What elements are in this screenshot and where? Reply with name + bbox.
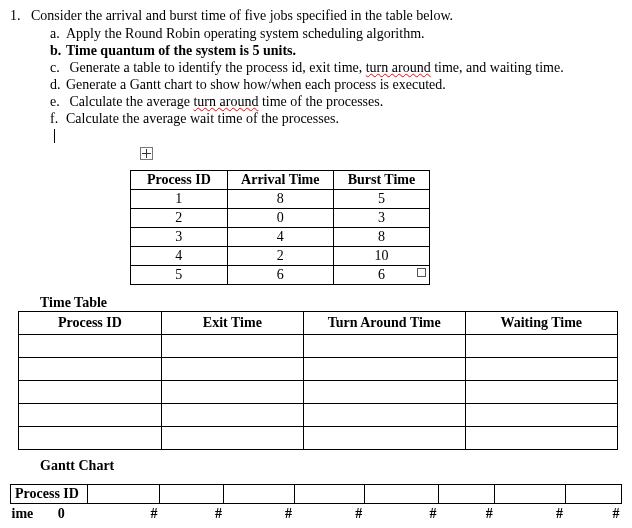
table-row: 203 xyxy=(131,209,430,228)
cell-pid: 2 xyxy=(131,209,228,228)
question-text: Consider the arrival and burst time of f… xyxy=(31,8,453,23)
gantt-mark: # xyxy=(613,506,620,521)
item-f: Calculate the average wait time of the p… xyxy=(66,111,339,126)
tt-header-wait: Waiting Time xyxy=(465,312,617,335)
cell-burst: 8 xyxy=(333,228,429,247)
time-table-title: Time Table xyxy=(40,295,622,311)
tt-header-tat: Turn Around Time xyxy=(303,312,465,335)
cell-arrival: 8 xyxy=(227,190,333,209)
table-move-handle-icon[interactable] xyxy=(140,147,153,160)
col-header-burst: Burst Time xyxy=(333,171,429,190)
cell-arrival: 0 xyxy=(227,209,333,228)
cell-arrival: 2 xyxy=(227,247,333,266)
input-data-table: Process ID Arrival Time Burst Time 185 2… xyxy=(130,170,430,285)
item-c-wavy: turn around xyxy=(366,60,431,75)
cell-burst: 5 xyxy=(333,190,429,209)
item-c-post: time, and waiting time. xyxy=(431,60,564,75)
item-c-pre: Generate a table to identify the process… xyxy=(70,60,366,75)
table-row: 185 xyxy=(131,190,430,209)
gantt-mark: # xyxy=(556,506,563,521)
cell-burst: 6 xyxy=(333,266,429,285)
gantt-mark: # xyxy=(151,506,158,521)
tt-header-exit: Exit Time xyxy=(161,312,303,335)
table-row xyxy=(19,381,618,404)
gantt-title: Gantt Chart xyxy=(40,458,622,474)
gantt-row-label: Process ID xyxy=(11,485,88,504)
cell-arrival: 4 xyxy=(227,228,333,247)
item-a: Apply the Round Robin operating system s… xyxy=(66,26,425,41)
table-row: 566 xyxy=(131,266,430,285)
table-row xyxy=(19,358,618,381)
text-cursor xyxy=(54,129,55,143)
table-row xyxy=(19,335,618,358)
gantt-mark: # xyxy=(486,506,493,521)
question-number: 1. xyxy=(10,8,21,23)
item-d: Generate a Gantt chart to show how/when … xyxy=(66,77,446,92)
table-row xyxy=(19,404,618,427)
time-table: Process ID Exit Time Turn Around Time Wa… xyxy=(18,311,618,450)
cell-pid: 4 xyxy=(131,247,228,266)
cell-arrival: 6 xyxy=(227,266,333,285)
gantt-chart: Process ID ime 0 # # # # # # # # xyxy=(10,484,622,523)
gantt-mark: # xyxy=(285,506,292,521)
col-header-arrival: Arrival Time xyxy=(227,171,333,190)
gantt-mark: # xyxy=(429,506,436,521)
table-resize-handle-icon[interactable] xyxy=(417,268,426,277)
col-header-pid: Process ID xyxy=(131,171,228,190)
cell-pid: 3 xyxy=(131,228,228,247)
table-row: 348 xyxy=(131,228,430,247)
question-prompt: 1. Consider the arrival and burst time o… xyxy=(10,8,622,24)
table-row xyxy=(19,427,618,450)
item-e-wavy: turn around xyxy=(193,94,258,109)
cell-burst: 3 xyxy=(333,209,429,228)
item-e-post: time of the processes. xyxy=(258,94,383,109)
cell-pid: 5 xyxy=(131,266,228,285)
item-b: Time quantum of the system is 5 units. xyxy=(66,43,296,58)
cell-pid: 1 xyxy=(131,190,228,209)
table-row: 4210 xyxy=(131,247,430,266)
gantt-mark: # xyxy=(355,506,362,521)
tt-header-pid: Process ID xyxy=(19,312,162,335)
gantt-start: 0 xyxy=(58,506,65,521)
cell-burst: 10 xyxy=(333,247,429,266)
gantt-time-label: ime xyxy=(12,506,34,521)
item-e-pre: Calculate the average xyxy=(70,94,194,109)
sub-item-list: a.Apply the Round Robin operating system… xyxy=(50,26,622,168)
gantt-mark: # xyxy=(215,506,222,521)
